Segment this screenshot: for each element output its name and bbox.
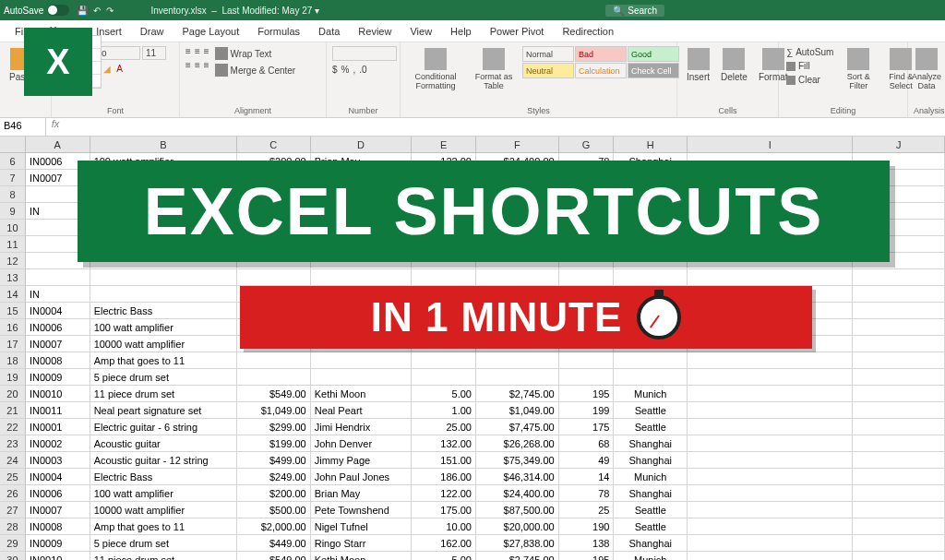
cell[interactable]: Neal Peart: [311, 402, 413, 419]
col-header-F[interactable]: F: [476, 137, 559, 152]
cell[interactable]: [614, 352, 688, 369]
row-header[interactable]: 12: [0, 253, 26, 269]
row-header[interactable]: 8: [0, 186, 26, 203]
cell[interactable]: [853, 535, 945, 552]
menu-tab-data[interactable]: Data: [309, 22, 349, 41]
row-header[interactable]: 22: [0, 419, 26, 435]
cell[interactable]: $2,745.00: [476, 386, 559, 402]
cell[interactable]: $549.00: [237, 386, 311, 402]
row-header[interactable]: 25: [0, 469, 26, 485]
row-header[interactable]: 29: [0, 535, 26, 552]
cell[interactable]: IN0004: [26, 469, 90, 485]
cell[interactable]: 1.00: [412, 402, 476, 419]
formula-bar[interactable]: [65, 118, 945, 136]
cell[interactable]: $26,268.00: [476, 435, 559, 452]
cell[interactable]: John Paul Jones: [311, 469, 413, 485]
cell[interactable]: $87,500.00: [476, 502, 559, 518]
col-header-H[interactable]: H: [614, 137, 688, 152]
cell[interactable]: Neal peart signature set: [90, 402, 237, 419]
cell[interactable]: 68: [559, 435, 615, 452]
cell[interactable]: [311, 369, 413, 386]
style-good[interactable]: Good: [628, 46, 679, 62]
col-header-C[interactable]: C: [237, 137, 311, 152]
cell[interactable]: Amp that goes to 11: [90, 352, 237, 369]
cell[interactable]: Munich: [614, 386, 688, 402]
cell[interactable]: [688, 352, 853, 369]
cell[interactable]: 195: [559, 386, 615, 402]
cell[interactable]: [853, 369, 945, 386]
cell[interactable]: $2,745.00: [476, 552, 559, 560]
cell[interactable]: Kethi Moon: [311, 386, 413, 402]
cell[interactable]: 25: [559, 502, 615, 518]
cell[interactable]: 25.00: [412, 419, 476, 435]
cell[interactable]: [853, 552, 945, 560]
cell[interactable]: [476, 269, 559, 286]
cell[interactable]: IN0003: [26, 452, 90, 469]
cell[interactable]: [26, 269, 90, 286]
cell[interactable]: IN0007: [26, 502, 90, 518]
cell[interactable]: [237, 352, 311, 369]
cell[interactable]: Brian May: [311, 485, 413, 502]
cell[interactable]: 100 watt amplifier: [90, 485, 237, 502]
analyze-data-button[interactable]: Analyze Data: [914, 46, 939, 92]
style-neutral[interactable]: Neutral: [522, 63, 574, 78]
cell[interactable]: [688, 452, 853, 469]
row-header[interactable]: 23: [0, 435, 26, 452]
cell[interactable]: [688, 469, 853, 485]
cell[interactable]: IN0006: [26, 485, 90, 502]
col-header-A[interactable]: A: [26, 137, 90, 152]
save-icon[interactable]: 💾: [77, 6, 88, 16]
row-header[interactable]: 21: [0, 402, 26, 419]
row-header[interactable]: 13: [0, 269, 26, 286]
cell[interactable]: IN0002: [26, 435, 90, 452]
cell[interactable]: [853, 319, 945, 336]
align-mid-icon[interactable]: ≡: [195, 46, 200, 56]
cell[interactable]: [853, 419, 945, 435]
cell[interactable]: $46,314.00: [476, 469, 559, 485]
row-header[interactable]: 11: [0, 236, 26, 253]
cell[interactable]: Acoustic guitar - 12 string: [90, 452, 237, 469]
cell[interactable]: [614, 369, 688, 386]
cell[interactable]: [688, 419, 853, 435]
cond-format-button[interactable]: Conditional Formatting: [406, 46, 465, 92]
cell[interactable]: 151.00: [412, 452, 476, 469]
cell[interactable]: [688, 435, 853, 452]
toggle-switch[interactable]: [47, 5, 69, 16]
cell[interactable]: 10.00: [412, 518, 476, 535]
align-top-icon[interactable]: ≡: [185, 46, 191, 56]
sort-filter-button[interactable]: Sort & Filter: [839, 46, 878, 92]
cell[interactable]: [412, 352, 476, 369]
undo-icon[interactable]: ↶: [93, 6, 101, 16]
row-header[interactable]: 9: [0, 203, 26, 220]
style-normal[interactable]: Normal: [522, 46, 574, 62]
cell[interactable]: $200.00: [237, 485, 311, 502]
cell[interactable]: $249.00: [237, 469, 311, 485]
cell[interactable]: [688, 535, 853, 552]
cell[interactable]: 5.00: [412, 386, 476, 402]
cell[interactable]: IN0008: [26, 352, 90, 369]
cell[interactable]: IN: [26, 286, 90, 303]
col-header-G[interactable]: G: [559, 137, 615, 152]
cell[interactable]: IN0008: [26, 518, 90, 535]
cell[interactable]: Nigel Tufnel: [311, 518, 413, 535]
autosave-toggle[interactable]: AutoSave: [4, 5, 69, 16]
cell[interactable]: $24,400.00: [476, 485, 559, 502]
cell[interactable]: 195: [559, 552, 615, 560]
row-header[interactable]: 26: [0, 485, 26, 502]
row-header[interactable]: 27: [0, 502, 26, 518]
cell[interactable]: 175: [559, 419, 615, 435]
cell[interactable]: $20,000.00: [476, 518, 559, 535]
cell[interactable]: [559, 269, 615, 286]
cell[interactable]: Seattle: [614, 518, 688, 535]
cell[interactable]: 10000 watt amplifier: [90, 502, 237, 518]
cell[interactable]: $449.00: [237, 535, 311, 552]
name-box[interactable]: B46: [0, 118, 46, 136]
cell[interactable]: Amp that goes to 11: [90, 518, 237, 535]
cell[interactable]: [688, 369, 853, 386]
select-all-corner[interactable]: [0, 137, 26, 153]
cell[interactable]: IN0007: [26, 336, 90, 352]
font-color-button[interactable]: A: [116, 64, 123, 74]
cell[interactable]: IN0001: [26, 419, 90, 435]
col-header-B[interactable]: B: [90, 137, 237, 152]
row-header[interactable]: 7: [0, 170, 26, 186]
